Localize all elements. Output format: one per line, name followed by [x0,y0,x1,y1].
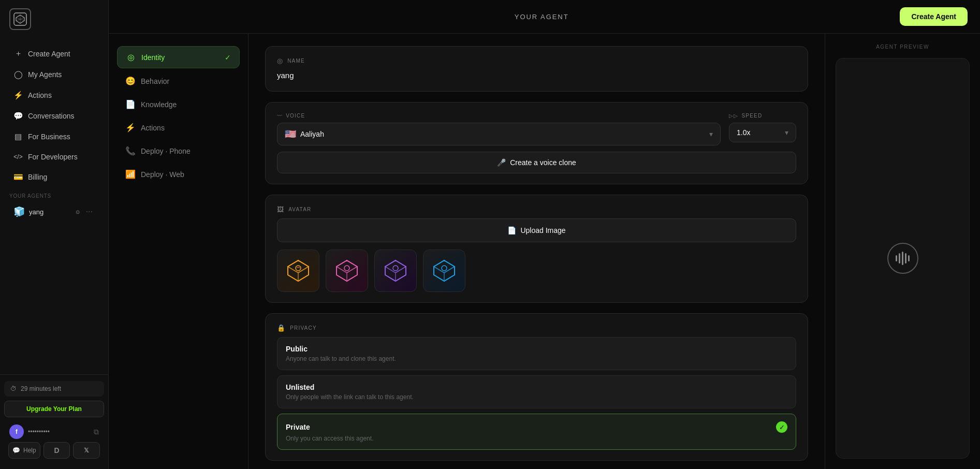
name-field-label: ◎ NAME [277,57,796,65]
user-name: •••••••••• [28,428,90,435]
upload-image-button[interactable]: 📄 Upload Image [277,218,796,242]
help-label: Help [23,447,36,454]
timer-bar: ⏱ 29 minutes left [4,381,104,397]
help-button[interactable]: 💬 Help [8,442,40,459]
privacy-option-public[interactable]: Public Anyone can talk to and clone this… [277,337,796,370]
actions-icon: ⚡ [13,91,23,100]
svg-point-5 [296,266,301,271]
privacy-label-text: PRIVACY [290,325,317,331]
svg-rect-23 [902,252,903,265]
avatar-option-orange[interactable] [277,250,319,292]
create-agent-icon: ＋ [13,49,23,58]
privacy-field-label: 🔒 PRIVACY [277,324,796,332]
deploy-web-nav-label: Deploy · Web [141,170,184,179]
svg-marker-13 [396,267,406,281]
name-card: ◎ NAME [265,46,808,92]
sidebar-item-my-agents[interactable]: ◯ My Agents [4,65,104,84]
left-nav-actions[interactable]: ⚡ Actions [117,117,240,138]
voice-clone-icon: 🎤 [497,158,506,167]
sidebar-item-create-agent[interactable]: ＋ Create Agent [4,43,104,64]
knowledge-nav-label: Knowledge [141,100,177,109]
speed-label: ▷▷ SPEED [729,113,796,119]
discord-icon: D [54,446,59,455]
my-agents-icon: ◯ [13,70,23,79]
knowledge-nav-icon: 📄 [125,99,136,109]
left-nav-identity[interactable]: ◎ Identity ✓ [117,46,240,68]
center-panel: ◎ NAME 〰 VOICE 🇺🇸 Aaliyah [248,34,825,469]
sidebar-item-label: For Developers [28,153,78,161]
left-nav-deploy-web[interactable]: 📶 Deploy · Web [117,164,240,185]
create-voice-clone-button[interactable]: 🎤 Create a voice clone [277,152,796,173]
billing-icon: 💳 [13,172,23,182]
voice-select-dropdown[interactable]: 🇺🇸 Aaliyah ▾ [277,123,721,145]
agent-name-input[interactable] [277,70,796,81]
speed-value: 1.0x [737,128,750,137]
speed-label-text: SPEED [741,113,762,119]
sidebar-item-for-developers[interactable]: </> For Developers [4,148,104,166]
preview-wave-icon [894,249,912,268]
sidebar-item-billing[interactable]: 💳 Billing [4,167,104,187]
app-logo [9,8,31,30]
privacy-public-desc: Anyone can talk to and clone this agent. [286,355,787,362]
sidebar-item-label: Actions [28,91,52,99]
identity-nav-icon: ◎ [126,52,136,62]
avatar-option-blue[interactable] [423,250,465,292]
sidebar-item-label: Create Agent [28,50,70,58]
sidebar-item-for-business[interactable]: ▤ For Business [4,127,104,146]
speed-select-dropdown[interactable]: 1.0x ▾ [729,123,796,142]
avatar-card: 🖼 AVATAR 📄 Upload Image [265,195,808,303]
agent-more-button[interactable]: ··· [84,207,95,216]
agent-name: yang [29,208,71,216]
sidebar-bottom: ⏱ 29 minutes left Upgrade Your Plan f ••… [0,374,108,469]
identity-check-badge: ✓ [225,53,231,62]
avatar-option-pink[interactable] [326,250,368,292]
left-nav-knowledge[interactable]: 📄 Knowledge [117,94,240,115]
left-nav-deploy-phone[interactable]: 📞 Deploy · Phone [117,140,240,162]
upload-icon: 📄 [507,226,516,234]
actions-nav-icon: ⚡ [125,123,136,133]
preview-avatar-circle [887,243,918,274]
left-nav: ◎ Identity ✓ 😊 Behavior 📄 Knowledge ⚡ Ac… [109,34,248,469]
speed-col: ▷▷ SPEED 1.0x ▾ [729,113,796,145]
sidebar-item-actions[interactable]: ⚡ Actions [4,85,104,105]
logo-area [0,0,108,38]
svg-point-20 [442,266,447,271]
left-nav-behavior[interactable]: 😊 Behavior [117,70,240,92]
discord-button[interactable]: D [43,442,70,459]
sidebar: ＋ Create Agent ◯ My Agents ⚡ Actions 💬 C… [0,0,109,469]
privacy-option-unlisted[interactable]: Unlisted Only people with the link can t… [277,375,796,408]
identity-nav-label: Identity [141,53,165,62]
user-row: f •••••••••• ⧉ [4,421,104,442]
privacy-unlisted-title: Unlisted [286,383,314,391]
privacy-public-title: Public [286,345,308,353]
sidebar-item-conversations[interactable]: 💬 Conversations [4,106,104,126]
privacy-field-icon: 🔒 [277,324,286,332]
business-icon: ▤ [13,132,23,141]
svg-rect-24 [905,253,906,263]
privacy-private-desc: Only you can access this agent. [286,435,787,442]
copy-icon[interactable]: ⧉ [94,428,99,436]
deploy-phone-nav-label: Deploy · Phone [141,147,191,155]
svg-marker-14 [385,267,396,281]
developers-icon: </> [13,153,23,160]
privacy-private-check: ✓ [776,421,787,433]
create-agent-button[interactable]: Create Agent [900,7,968,26]
svg-marker-8 [347,267,357,281]
svg-marker-18 [444,267,455,281]
privacy-option-private[interactable]: Private ✓ Only you can access this agent… [277,414,796,450]
deploy-phone-nav-icon: 📞 [125,146,136,156]
x-button[interactable]: 𝕏 [73,442,100,459]
voice-flag: 🇺🇸 [285,128,296,140]
timer-icon: ⏱ [10,385,17,392]
upgrade-plan-button[interactable]: Upgrade Your Plan [4,401,104,417]
agent-list-item[interactable]: 🧊 yang ⊙ ··· [4,202,104,222]
agent-status-dot: ⊙ [76,209,80,215]
avatar-option-purple[interactable] [374,250,417,292]
voice-name: Aaliyah [300,130,324,138]
voice-col: 〰 VOICE 🇺🇸 Aaliyah ▾ [277,113,721,145]
svg-marker-3 [298,267,309,281]
svg-marker-4 [288,267,298,281]
main-content: YOUR AGENT Create Agent ◎ Identity ✓ 😊 B… [109,0,980,469]
privacy-private-header: Private ✓ [286,421,787,433]
preview-label: AGENT PREVIEW [836,44,970,50]
